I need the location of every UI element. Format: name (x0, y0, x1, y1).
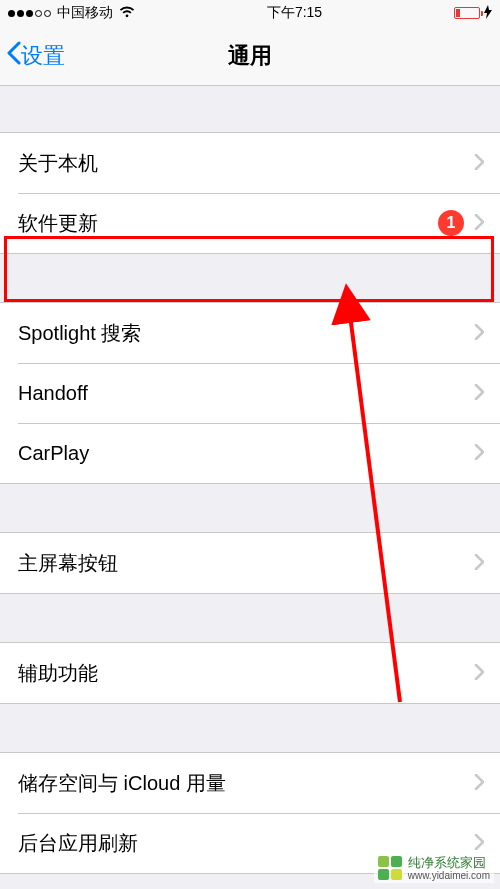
chevron-right-icon (474, 322, 484, 345)
back-label: 设置 (21, 41, 65, 71)
row-label: 软件更新 (18, 210, 98, 237)
wifi-icon (119, 5, 135, 21)
back-button[interactable]: 设置 (0, 26, 65, 85)
chevron-right-icon (474, 152, 484, 175)
row-label: 储存空间与 iCloud 用量 (18, 770, 226, 797)
row-label: 后台应用刷新 (18, 830, 138, 857)
row-label: 辅助功能 (18, 660, 98, 687)
row-label: 主屏幕按钮 (18, 550, 118, 577)
status-bar: 中国移动 下午7:15 (0, 0, 500, 26)
watermark-logo-icon (378, 856, 402, 880)
row-spotlight[interactable]: Spotlight 搜索 (0, 303, 500, 363)
carrier-label: 中国移动 (57, 4, 113, 22)
signal-strength-icon (8, 10, 51, 17)
page-title: 通用 (228, 41, 272, 71)
row-home-button[interactable]: 主屏幕按钮 (0, 533, 500, 593)
status-right (454, 5, 492, 22)
settings-list: 关于本机 软件更新 1 Spotlight 搜索 (0, 132, 500, 874)
settings-group: 辅助功能 (0, 642, 500, 704)
settings-group: 主屏幕按钮 (0, 532, 500, 594)
chevron-left-icon (6, 41, 21, 71)
clock-label: 下午7:15 (267, 4, 322, 22)
watermark-url: www.yidaimei.com (408, 870, 490, 881)
navigation-bar: 设置 通用 (0, 26, 500, 86)
row-storage-icloud[interactable]: 储存空间与 iCloud 用量 (0, 753, 500, 813)
chevron-right-icon (474, 212, 484, 235)
row-about[interactable]: 关于本机 (0, 133, 500, 193)
watermark-text: 纯净系统家园 (408, 856, 490, 870)
chevron-right-icon (474, 442, 484, 465)
row-accessibility[interactable]: 辅助功能 (0, 643, 500, 703)
row-carplay[interactable]: CarPlay (0, 423, 500, 483)
chevron-right-icon (474, 662, 484, 685)
row-label: Spotlight 搜索 (18, 320, 141, 347)
battery-icon (454, 7, 480, 19)
chevron-right-icon (474, 382, 484, 405)
row-handoff[interactable]: Handoff (0, 363, 500, 423)
notification-badge: 1 (438, 210, 464, 236)
status-left: 中国移动 (8, 4, 135, 22)
row-software-update[interactable]: 软件更新 1 (0, 193, 500, 253)
row-label: CarPlay (18, 442, 89, 465)
chevron-right-icon (474, 552, 484, 575)
row-label: 关于本机 (18, 150, 98, 177)
charging-icon (484, 5, 492, 22)
chevron-right-icon (474, 772, 484, 795)
settings-group: 关于本机 软件更新 1 (0, 132, 500, 254)
watermark: 纯净系统家园 www.yidaimei.com (374, 854, 494, 883)
chevron-right-icon (474, 832, 484, 855)
row-label: Handoff (18, 382, 88, 405)
settings-group: Spotlight 搜索 Handoff CarPlay (0, 302, 500, 484)
